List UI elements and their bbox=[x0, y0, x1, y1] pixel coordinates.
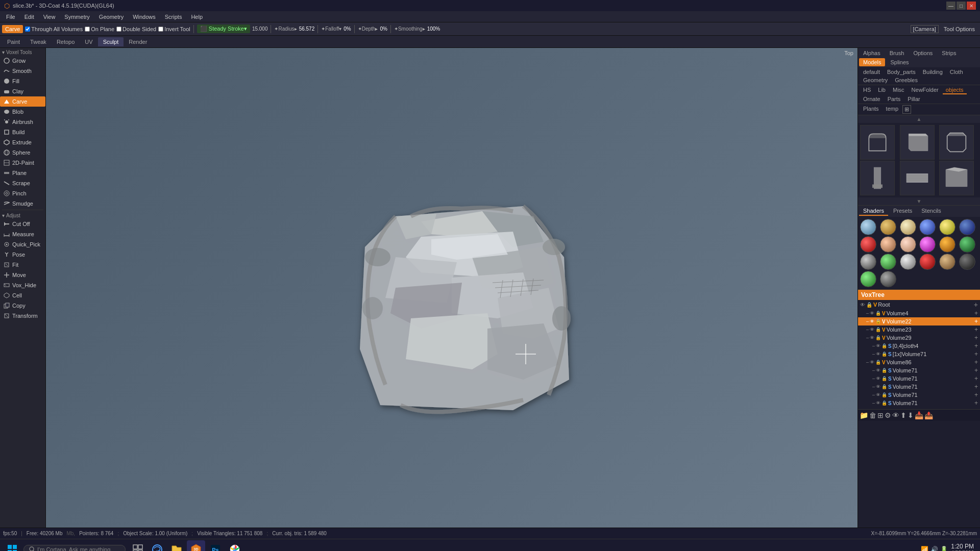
v4-add[interactable]: + bbox=[974, 310, 978, 317]
v86-add[interactable]: + bbox=[974, 359, 978, 366]
camera-label[interactable]: [Camera] bbox=[911, 25, 939, 33]
voxtree-vol71-b[interactable]: – 👁 🔒 S Volume71 + bbox=[858, 374, 980, 383]
toolbar-carve[interactable]: Carve bbox=[2, 25, 23, 33]
root-add[interactable]: + bbox=[974, 300, 978, 309]
shader-ball-17[interactable] bbox=[939, 254, 955, 270]
shader-ball-13[interactable] bbox=[860, 254, 876, 270]
tool-copy[interactable]: Copy bbox=[0, 300, 45, 311]
rp-tab-splines[interactable]: Splines bbox=[886, 58, 913, 66]
tool-grow[interactable]: Grow bbox=[0, 56, 45, 66]
tool-scrape[interactable]: Scrape bbox=[0, 178, 45, 188]
shader-ball-16[interactable] bbox=[919, 254, 936, 270]
rp-subtab-body-parts[interactable]: Body_parts bbox=[884, 68, 919, 76]
menu-symmetry[interactable]: Symmetry bbox=[60, 13, 94, 21]
tool-options-btn[interactable]: Tool Options bbox=[941, 25, 978, 33]
tab-tweak[interactable]: Tweak bbox=[25, 37, 52, 46]
toolbar-double-sided[interactable]: Double Sided bbox=[116, 26, 156, 32]
rp-subtab-parts[interactable]: Parts bbox=[885, 95, 904, 103]
toolbar-on-plane[interactable]: On Plane bbox=[85, 26, 114, 32]
rp-tab-alphas[interactable]: Alphas bbox=[859, 49, 885, 57]
model-thumb-4[interactable] bbox=[860, 161, 895, 195]
taskbar-photoshop[interactable]: Ps bbox=[206, 540, 225, 552]
voxtree-vol71-1x[interactable]: – 👁 🔒 S [1x]Volume71 + bbox=[858, 350, 980, 358]
shader-ball-9[interactable] bbox=[900, 236, 916, 253]
c4-add[interactable]: + bbox=[974, 342, 978, 349]
voxtree-volume29[interactable]: – 👁 🔒 V Volume29 + bbox=[858, 334, 980, 342]
tool-move[interactable]: Move bbox=[0, 270, 45, 280]
menu-view[interactable]: View bbox=[39, 13, 60, 21]
tool-pose[interactable]: Pose bbox=[0, 249, 45, 260]
shader-ball-2[interactable] bbox=[880, 219, 896, 235]
shader-ball-8[interactable] bbox=[880, 236, 896, 253]
model-thumb-6[interactable] bbox=[939, 161, 974, 195]
rp-subtab-icon[interactable]: ⊞ bbox=[902, 105, 911, 114]
vt-export-icon[interactable]: 📤 bbox=[924, 411, 933, 419]
shader-ball-11[interactable] bbox=[939, 236, 955, 253]
3d-view[interactable] bbox=[46, 48, 857, 528]
rp-subtab-greebles[interactable]: Greebles bbox=[892, 77, 921, 84]
rp-subtab-misc[interactable]: Misc bbox=[890, 86, 908, 94]
rp-subtab-hs[interactable]: HS bbox=[860, 86, 874, 94]
voxtree-volume23[interactable]: – 👁 🔒 V Volume23 + bbox=[858, 325, 980, 334]
rp-subtab-objects[interactable]: objects bbox=[943, 86, 967, 94]
tool-fill[interactable]: Fill bbox=[0, 76, 45, 86]
rp-tab-options[interactable]: Options bbox=[909, 49, 937, 57]
menu-scripts[interactable]: Scripts bbox=[161, 13, 186, 21]
voxtree-volume86[interactable]: – 👁 🔒 V Volume86 + bbox=[858, 358, 980, 366]
shader-ball-4[interactable] bbox=[919, 219, 936, 235]
start-button[interactable] bbox=[2, 540, 22, 552]
voxtree-vol71-c[interactable]: – 👁 🔒 S Volume71 + bbox=[858, 383, 980, 391]
tool-transform[interactable]: Transform bbox=[0, 311, 45, 321]
tool-smudge[interactable]: Smudge bbox=[0, 198, 45, 209]
tool-cutoff[interactable]: Cut Off bbox=[0, 219, 45, 229]
shader-ball-15[interactable] bbox=[900, 254, 916, 270]
tool-fit[interactable]: Fit bbox=[0, 260, 45, 270]
voxtree-root[interactable]: 👁 🔒 V Root + bbox=[858, 300, 980, 309]
models-scroll-down[interactable]: ▼ bbox=[858, 197, 980, 205]
voxtree-vol71-e[interactable]: – 👁 🔒 S Volume71 + bbox=[858, 399, 980, 407]
menu-help[interactable]: Help bbox=[187, 13, 207, 21]
voxtree-cloth4[interactable]: – 👁 🔒 S [0,4]cloth4 + bbox=[858, 342, 980, 350]
menu-geometry[interactable]: Geometry bbox=[95, 13, 128, 21]
tool-blob[interactable]: Blob bbox=[0, 107, 45, 117]
model-thumb-2[interactable] bbox=[900, 125, 935, 160]
titlebar-controls[interactable]: — □ ✕ bbox=[946, 2, 976, 10]
tab-retopo[interactable]: Retopo bbox=[52, 37, 80, 46]
shader-ball-3[interactable] bbox=[900, 219, 916, 235]
taskbar-search[interactable]: I'm Cortana. Ask me anything. bbox=[23, 545, 126, 552]
rp-subtab-lib[interactable]: Lib bbox=[875, 86, 889, 94]
tool-smooth[interactable]: Smooth bbox=[0, 66, 45, 76]
shader-ball-6[interactable] bbox=[959, 219, 975, 235]
shader-ball-18[interactable] bbox=[959, 254, 975, 270]
voxtree-volume4[interactable]: – 👁 🔒 V Volume4 + bbox=[858, 309, 980, 317]
menu-file[interactable]: File bbox=[2, 13, 19, 21]
voxtree-volume22[interactable]: – 👁 🔒 V Volume22 + bbox=[858, 317, 980, 325]
model-thumb-5[interactable] bbox=[900, 161, 935, 195]
shader-ball-12[interactable] bbox=[959, 236, 975, 253]
adjust-toggle-icon[interactable]: ▾ bbox=[2, 213, 5, 218]
shader-ball-10[interactable] bbox=[919, 236, 936, 253]
taskbar-3dcoat[interactable]: 3D bbox=[187, 540, 205, 552]
vt-merge-icon[interactable]: ⊞ bbox=[877, 411, 884, 419]
shader-ball-14[interactable] bbox=[880, 254, 896, 270]
vt-add-icon[interactable]: 📁 bbox=[860, 411, 868, 419]
rp-tab-models[interactable]: Models bbox=[859, 58, 885, 66]
tool-quickpick[interactable]: Quick_Pick bbox=[0, 239, 45, 249]
rp-subtab-temp[interactable]: temp bbox=[883, 105, 901, 114]
voxtree-vol71-d[interactable]: – 👁 🔒 S Volume71 + bbox=[858, 391, 980, 399]
tool-2dpaint[interactable]: 2D-Paint bbox=[0, 158, 45, 168]
menu-edit[interactable]: Edit bbox=[20, 13, 38, 21]
tool-carve[interactable]: Carve bbox=[0, 96, 45, 107]
rp-subtab-cloth[interactable]: Cloth bbox=[947, 68, 966, 76]
v71x-add[interactable]: + bbox=[974, 350, 978, 358]
rp-subtab-geometry[interactable]: Geometry bbox=[860, 77, 891, 84]
v22-add[interactable]: + bbox=[974, 318, 978, 325]
tool-voxhide[interactable]: Vox_Hide bbox=[0, 280, 45, 290]
vt-expand-icon[interactable]: ⬆ bbox=[900, 411, 906, 419]
rp-tab-strips[interactable]: Strips bbox=[938, 49, 960, 57]
toolbar-steady-stroke[interactable]: ⬛ Steady Stroke▾ bbox=[197, 24, 250, 33]
rp-tab-brush[interactable]: Brush bbox=[886, 49, 909, 57]
toolbar-invert-tool[interactable]: Invert Tool bbox=[158, 26, 190, 32]
shader-tab-stencils[interactable]: Stencils bbox=[917, 207, 945, 216]
rp-subtab-ornate[interactable]: Ornate bbox=[860, 95, 884, 103]
